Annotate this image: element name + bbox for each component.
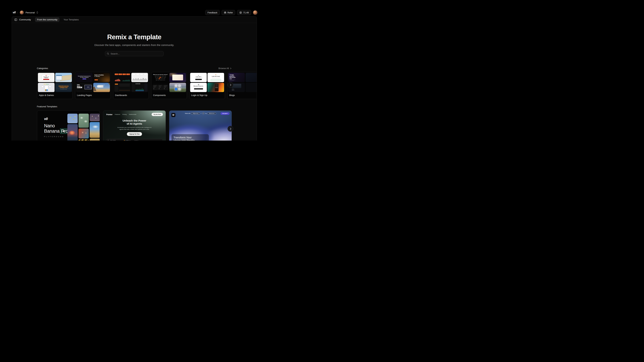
- credits-button[interactable]: 71.49: [237, 10, 251, 15]
- nav-features: Features: [115, 114, 120, 115]
- search-box[interactable]: [105, 51, 164, 56]
- bluetooth-icon: [178, 84, 181, 87]
- photo-pills: [90, 114, 100, 121]
- photo-people: [78, 128, 89, 138]
- top-header: v0 / Personal Feedback Refer 71.49: [13, 10, 258, 15]
- refer-label: Refer: [228, 11, 233, 14]
- thumbnail-designer-blog: I design products that people love: [228, 73, 245, 82]
- category-card-dashboards[interactable]: OVERVIEW Dashboards: [113, 72, 149, 99]
- webrenew-logo: W: [171, 113, 176, 117]
- photo-trees: [78, 114, 89, 128]
- tab-from-the-community[interactable]: From the community: [35, 17, 59, 22]
- photo-grass: [90, 139, 100, 140]
- thumbnail-login-google: G Login with Google: [208, 73, 224, 82]
- thumbnail-acme-signup: Welcome to Acme Inc.: [190, 83, 207, 92]
- thumbnail-isometric-game: [55, 73, 72, 82]
- thumbnail-mobile-auth: [208, 83, 224, 92]
- refer-button[interactable]: Refer: [222, 10, 236, 15]
- tab-your-templates[interactable]: Your Templates: [62, 17, 81, 22]
- thumbnail-synecdoche-landing: Synecdoche®: [93, 83, 110, 92]
- playground-label: PLAYGROUND: [44, 136, 69, 138]
- webrenew-overlay: Transform Your Vision Into Reality Use G…: [172, 134, 209, 140]
- photo-bottles: [78, 139, 89, 140]
- workspace-switcher-icon[interactable]: [36, 11, 38, 14]
- featured-carousel: v0 Nano BananaPro PLAYGROUND: [37, 110, 232, 140]
- photo-landscape: [90, 122, 100, 138]
- categories-carousel: Welcome to v0 Calendar TETRIS FRIEDRICHS…: [37, 72, 257, 99]
- v0-logo[interactable]: v0: [13, 11, 16, 14]
- chevron-right-icon: [230, 128, 232, 130]
- thumbnail-dashboard-overview: OVERVIEW: [131, 83, 148, 92]
- thumbnail-calendar-app: Welcome to v0 Calendar: [38, 73, 54, 82]
- try-for-free-button: Try for Free: [152, 113, 163, 116]
- airplane-icon: ✈: [175, 84, 178, 87]
- categories-next-button[interactable]: [228, 82, 233, 88]
- feedback-button[interactable]: Feedback: [205, 10, 220, 15]
- v0-logo: v0: [44, 117, 69, 121]
- thumbnail-friedrichshain-game: FRIEDRICHSHAIN CONNECTION Press ENTER to…: [55, 83, 72, 92]
- thumbnail-dashboard-admin: [114, 83, 131, 92]
- workspace-avatar[interactable]: [20, 10, 24, 14]
- category-card-login-signup[interactable]: X Login with X G Login with Google Welco…: [189, 72, 225, 99]
- code-editor-preview: EXPLORER gulpfile.js× Untitled-2 ∨ VSCOD…: [106, 139, 163, 140]
- thumbnail-cuisine-picker: What are your favorite cuisines?: [152, 73, 169, 82]
- workspace-name[interactable]: Personal: [26, 11, 35, 14]
- moon-icon: ☾: [178, 88, 181, 91]
- wifi-icon: [175, 88, 178, 91]
- photo-collage: [68, 114, 100, 140]
- user-avatar[interactable]: [253, 10, 258, 15]
- search-icon: [107, 52, 109, 55]
- feedback-label: Feedback: [208, 11, 218, 14]
- thumbnail-blog-extra: [246, 83, 257, 92]
- category-label: Components: [152, 92, 186, 98]
- categories-header: Categories Browse All: [37, 67, 232, 70]
- photo-mountain-sunset: [68, 124, 78, 140]
- photo-leaves: [68, 114, 78, 123]
- featured-card-pointer[interactable]: Pointer Features Pricing Testimonials Tr…: [103, 110, 166, 140]
- v0-badge: v0: [202, 112, 204, 114]
- thumbnail-control-center: ✈ ☾: [170, 83, 186, 92]
- thumbnail-brutalist-landing: RAW. BOLD. BRUTAL. [IMG]: [76, 83, 92, 92]
- category-card-apps-games[interactable]: Welcome to v0 Calendar TETRIS FRIEDRICHS…: [37, 72, 73, 99]
- thumbnail-dashboard-light: [131, 73, 148, 82]
- nav-pricing: Pricing: [122, 114, 126, 115]
- community-panel: Community From the community Your Templa…: [12, 16, 257, 140]
- featured-next-button[interactable]: [228, 126, 233, 132]
- category-card-landing-pages[interactable]: Streamlined Communication for Quick Ship…: [75, 72, 111, 99]
- credits-value: 71.49: [243, 11, 249, 14]
- thumbnail-portfolio-landing: Build a Portfolioin Minutes: [93, 73, 110, 82]
- panel-header: Community From the community Your Templa…: [12, 16, 257, 23]
- chevron-right-icon: [230, 84, 232, 86]
- search-input[interactable]: [110, 52, 162, 55]
- thumbnail-gradient-card: [170, 73, 186, 82]
- featured-card-nano-banana[interactable]: v0 Nano BananaPro PLAYGROUND: [37, 110, 100, 140]
- thumbnail-dashboard-orange: [114, 73, 131, 82]
- prompt-button: PROMPT: [220, 112, 230, 115]
- hero-title: Remix a Template: [12, 33, 257, 41]
- credits-icon: [239, 11, 242, 14]
- browse-all-link[interactable]: Browse All: [218, 67, 232, 70]
- featured-label: Featured Templates: [37, 105, 57, 108]
- cursor-icon: [62, 130, 66, 134]
- nav-testimonials: Testimonials: [129, 114, 136, 115]
- featured-card-webrenew[interactable]: Made with Midjourney + v0 by Webrenew W …: [169, 110, 232, 140]
- thumbnail-tetris-game: TETRIS: [38, 83, 54, 92]
- midjourney-badge: Midjourney: [191, 112, 200, 114]
- thumbnail-login-x: X Login with X: [190, 73, 207, 82]
- pointer-heading: Unleash the Power of AI Agents: [103, 119, 166, 125]
- pointer-brand: Pointer: [106, 114, 112, 116]
- categories-label: Categories: [37, 67, 48, 70]
- webrenew-badge: Webrenew: [208, 112, 216, 114]
- category-label: Apps & Games: [38, 92, 72, 98]
- featured-header: Featured Templates: [37, 105, 232, 108]
- category-card-components[interactable]: What are your favorite cuisines? ✈: [151, 72, 187, 99]
- sidebar-toggle-icon[interactable]: [14, 18, 17, 21]
- category-label: Blogs: [228, 92, 257, 98]
- category-label: Landing Pages: [76, 92, 110, 98]
- category-label: Login & Sign Up: [190, 92, 224, 98]
- category-label: Dashboards: [114, 92, 148, 98]
- hero-section: Remix a Template Discover the best apps,…: [12, 33, 257, 56]
- signup-free-button: Signup for free: [127, 132, 142, 136]
- thumbnail-blog-dark: [246, 73, 257, 82]
- gift-icon: [224, 11, 226, 14]
